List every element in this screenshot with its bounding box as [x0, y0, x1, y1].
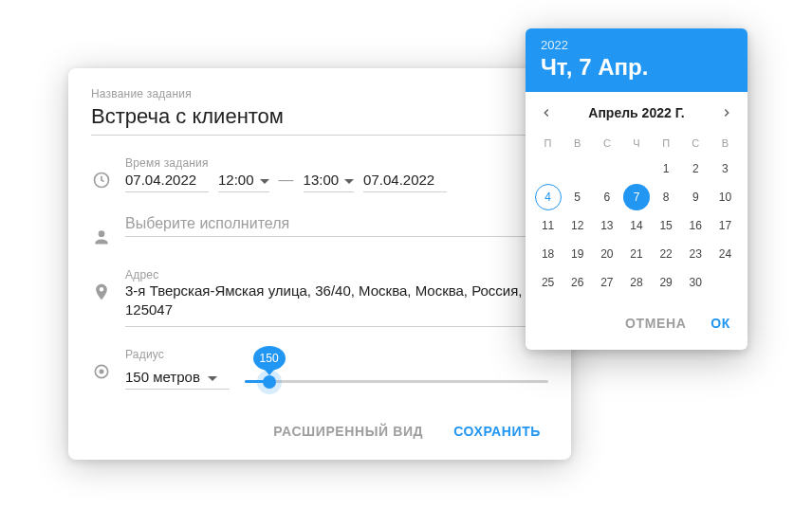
datepicker-dow: В: [710, 132, 740, 154]
start-time-value: 12:00: [218, 172, 254, 188]
datepicker-day[interactable]: 29: [653, 269, 679, 296]
datepicker-day[interactable]: 7: [623, 184, 650, 210]
datepicker-day[interactable]: 8: [653, 184, 679, 210]
start-date-input[interactable]: [125, 170, 209, 192]
advanced-view-button[interactable]: РАСШИРЕННЫЙ ВИД: [269, 416, 427, 446]
pin-icon: [91, 282, 112, 302]
radius-select[interactable]: 150 метров: [125, 369, 230, 390]
datepicker-day[interactable]: 27: [594, 269, 620, 296]
datepicker-actions: ОТМЕНА ОК: [526, 302, 747, 350]
address-row: Адрес 3-я Тверская-Ямская улица, 36/40, …: [91, 268, 548, 327]
time-label: Время задания: [125, 156, 548, 170]
datepicker-year[interactable]: 2022: [541, 38, 732, 52]
datepicker-dow: В: [563, 132, 592, 154]
time-row: Время задания 12:00 — 13:00: [91, 156, 548, 192]
svg-point-3: [100, 370, 102, 373]
datepicker-dow: С: [592, 132, 621, 154]
datepicker-day[interactable]: 4: [535, 184, 562, 210]
start-time-select[interactable]: 12:00: [218, 172, 269, 192]
datepicker-day[interactable]: 6: [594, 184, 620, 210]
datepicker-day[interactable]: 16: [682, 212, 709, 239]
datepicker-day[interactable]: 12: [564, 212, 591, 239]
datepicker-day[interactable]: 19: [564, 241, 591, 267]
next-month-button[interactable]: [715, 101, 738, 124]
assignee-row: [91, 213, 548, 247]
datepicker-day[interactable]: 28: [623, 269, 650, 296]
save-button[interactable]: СОХРАНИТЬ: [450, 416, 544, 446]
datepicker-day[interactable]: 20: [594, 241, 620, 267]
slider-value-label: 150: [253, 346, 286, 371]
datepicker-day[interactable]: 2: [682, 155, 709, 182]
radius-row: Радиус 150 метров 150: [91, 348, 548, 390]
datepicker-grid: ПВСЧПСВ123456789101112131415161718192021…: [526, 128, 747, 302]
form-actions: РАСШИРЕННЫЙ ВИД СОХРАНИТЬ: [91, 416, 548, 446]
datepicker-day[interactable]: 21: [623, 241, 650, 267]
datepicker-day[interactable]: 11: [535, 212, 562, 239]
target-icon: [91, 361, 112, 382]
slider-thumb[interactable]: [263, 375, 276, 389]
datepicker-day[interactable]: 18: [535, 241, 562, 267]
datepicker-selected-date: Чт, 7 Апр.: [541, 54, 732, 81]
slider-track: [245, 380, 548, 383]
address-label: Адрес: [125, 268, 548, 282]
datepicker-day[interactable]: 22: [653, 241, 679, 267]
person-icon: [91, 227, 112, 247]
chevron-down-icon: [344, 179, 354, 184]
chevron-down-icon: [260, 179, 269, 184]
datepicker-dow: С: [681, 132, 710, 154]
end-time-select[interactable]: 13:00: [304, 172, 355, 192]
datepicker-day[interactable]: 15: [653, 212, 679, 239]
radius-slider[interactable]: 150: [245, 348, 548, 390]
chevron-down-icon: [208, 376, 217, 381]
datepicker-day[interactable]: 25: [535, 269, 562, 296]
address-value[interactable]: 3-я Тверская-Ямская улица, 36/40, Москва…: [125, 282, 548, 327]
task-title-input[interactable]: [91, 100, 548, 136]
datepicker-day[interactable]: 9: [682, 184, 709, 210]
datepicker-day[interactable]: 13: [594, 212, 620, 239]
datepicker-cancel-button[interactable]: ОТМЕНА: [621, 308, 690, 338]
end-date-input[interactable]: [363, 170, 447, 192]
date-picker: 2022 Чт, 7 Апр. Апрель 2022 Г. ПВСЧПСВ12…: [526, 28, 747, 350]
datepicker-month-title[interactable]: Апрель 2022 Г.: [588, 105, 684, 120]
datepicker-dow: П: [533, 132, 563, 154]
datepicker-day[interactable]: 23: [682, 241, 709, 267]
title-label: Название задания: [91, 87, 548, 100]
datepicker-day[interactable]: 3: [711, 155, 738, 182]
datepicker-day[interactable]: 24: [711, 241, 738, 267]
datepicker-dow: П: [652, 132, 681, 154]
clock-icon: [91, 170, 112, 191]
task-form-card: Название задания Время задания 12:00 — 1…: [68, 68, 571, 460]
datepicker-ok-button[interactable]: ОК: [707, 308, 734, 338]
datepicker-day[interactable]: 5: [564, 184, 591, 210]
datepicker-dow: Ч: [621, 132, 651, 154]
datepicker-day[interactable]: 26: [564, 269, 591, 296]
datepicker-day[interactable]: 17: [711, 212, 738, 239]
assignee-input[interactable]: [125, 213, 548, 237]
datepicker-day[interactable]: 10: [711, 184, 738, 210]
datepicker-day[interactable]: 1: [653, 155, 679, 182]
datepicker-header: 2022 Чт, 7 Апр.: [526, 28, 747, 92]
radius-value: 150 метров: [125, 369, 200, 385]
prev-month-button[interactable]: [535, 101, 558, 124]
time-range-dash: —: [279, 172, 294, 192]
svg-point-1: [99, 230, 105, 237]
datepicker-day[interactable]: 30: [682, 269, 709, 296]
datepicker-nav: Апрель 2022 Г.: [526, 92, 747, 128]
datepicker-day[interactable]: 14: [623, 212, 650, 239]
end-time-value: 13:00: [304, 172, 340, 188]
